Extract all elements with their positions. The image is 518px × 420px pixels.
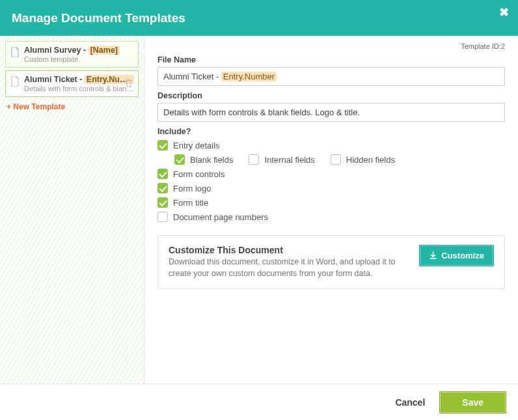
template-item-subtitle: Custom template. xyxy=(24,55,134,63)
template-item-subtitle: Details with form controls & blank fie..… xyxy=(24,85,134,92)
template-item[interactable]: Alumni Ticket - Entry.Numb... Details wi… xyxy=(5,70,139,97)
checkbox-form-controls-label: Form controls xyxy=(173,169,225,179)
include-options: Entry details Blank fields Internal fiel… xyxy=(157,140,505,222)
plus-icon: + xyxy=(7,102,11,111)
checkbox-form-controls[interactable] xyxy=(157,169,168,179)
checkbox-row-page-numbers: Document page numbers xyxy=(157,212,505,222)
checkbox-internal-fields[interactable] xyxy=(249,154,259,165)
checkbox-row-form-controls: Form controls xyxy=(157,169,505,179)
customize-title: Customize This Document xyxy=(169,245,410,255)
document-icon xyxy=(10,76,20,87)
file-name-label: File Name xyxy=(157,55,505,64)
file-name-input[interactable]: Alumni Ticket - Entry.Number xyxy=(157,67,505,86)
checkbox-row-entry-details: Entry details xyxy=(157,140,505,150)
template-sidebar: Alumni Survey - [Name] Custom template. … xyxy=(0,36,144,384)
customize-description: Download this document, customize it in … xyxy=(169,257,410,279)
customize-panel: Customize This Document Download this do… xyxy=(157,235,505,289)
checkbox-internal-fields-label: Internal fields xyxy=(264,155,314,165)
checkbox-hidden-fields-label: Hidden fields xyxy=(346,155,395,165)
delete-icon[interactable] xyxy=(125,79,133,88)
include-label: Include? xyxy=(157,127,505,136)
save-button[interactable]: Save xyxy=(439,391,506,413)
checkbox-blank-fields-label: Blank fields xyxy=(190,155,233,165)
checkbox-form-logo[interactable] xyxy=(157,183,168,193)
customize-button-label: Customize xyxy=(441,251,484,260)
template-id-display: Template ID:2 xyxy=(157,42,505,50)
checkbox-entry-details[interactable] xyxy=(157,140,168,150)
checkbox-row-form-title: Form title xyxy=(157,197,505,208)
template-item-title: Alumni Survey - [Name] xyxy=(24,46,134,55)
checkbox-hidden-fields[interactable] xyxy=(331,154,341,165)
customize-button[interactable]: Customize xyxy=(419,245,494,266)
checkbox-page-numbers-label: Document page numbers xyxy=(173,212,268,222)
description-label: Description xyxy=(157,91,505,100)
new-template-button[interactable]: + New Template xyxy=(5,100,139,114)
close-icon[interactable]: ✖ xyxy=(499,5,509,20)
description-input[interactable]: Details with form controls & blank field… xyxy=(157,103,505,122)
template-item[interactable]: Alumni Survey - [Name] Custom template. xyxy=(5,41,139,68)
checkbox-blank-fields[interactable] xyxy=(174,154,185,165)
template-item-title: Alumni Ticket - Entry.Numb... xyxy=(24,75,134,84)
dialog-title: Manage Document Templates xyxy=(12,11,185,25)
dialog: Manage Document Templates ✖ Alumni Surve… xyxy=(0,0,518,420)
checkbox-page-numbers[interactable] xyxy=(157,212,168,222)
checkbox-form-logo-label: Form logo xyxy=(173,184,211,193)
checkbox-subrow: Blank fields Internal fields Hidden fiel… xyxy=(174,154,505,165)
document-icon xyxy=(10,47,20,57)
dialog-header: Manage Document Templates ✖ xyxy=(0,0,518,36)
customize-text: Customize This Document Download this do… xyxy=(169,245,410,279)
cancel-button[interactable]: Cancel xyxy=(392,392,428,413)
checkbox-form-title-label: Form title xyxy=(173,198,208,208)
dialog-body: Alumni Survey - [Name] Custom template. … xyxy=(0,36,518,384)
checkbox-entry-details-label: Entry details xyxy=(173,141,220,150)
checkbox-form-title[interactable] xyxy=(157,197,168,208)
new-template-label: New Template xyxy=(13,102,65,111)
dialog-footer: Cancel Save xyxy=(0,384,518,420)
download-icon xyxy=(429,251,437,260)
main-panel: Template ID:2 File Name Alumni Ticket - … xyxy=(144,36,518,384)
checkbox-row-form-logo: Form logo xyxy=(157,183,505,193)
